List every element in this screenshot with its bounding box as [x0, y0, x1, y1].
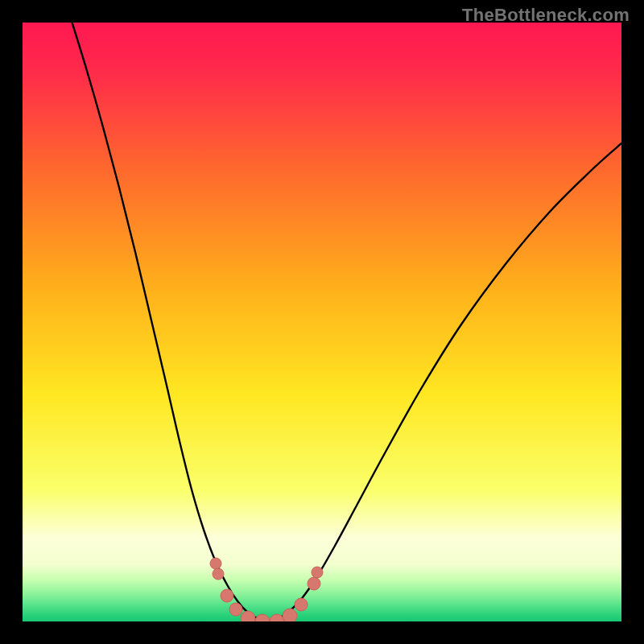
curve-layer	[23, 23, 621, 621]
nodule-5	[255, 614, 270, 621]
nodule-2	[221, 589, 233, 602]
curve-right-curve	[268, 143, 621, 621]
nodule-0	[210, 558, 221, 569]
watermark-text: TheBottleneck.com	[462, 5, 630, 26]
nodule-group	[210, 558, 323, 621]
nodule-6	[270, 614, 284, 621]
nodule-9	[308, 577, 320, 590]
outer-frame: TheBottleneck.com	[0, 0, 644, 644]
bottleneck-curve	[71, 23, 621, 621]
nodule-1	[213, 568, 224, 580]
curve-left-curve	[71, 23, 268, 621]
nodule-10	[312, 567, 323, 578]
nodule-8	[295, 598, 308, 611]
nodule-3	[229, 603, 242, 616]
plot-area	[23, 23, 621, 621]
nodule-7	[283, 609, 297, 621]
nodule-4	[241, 611, 255, 621]
